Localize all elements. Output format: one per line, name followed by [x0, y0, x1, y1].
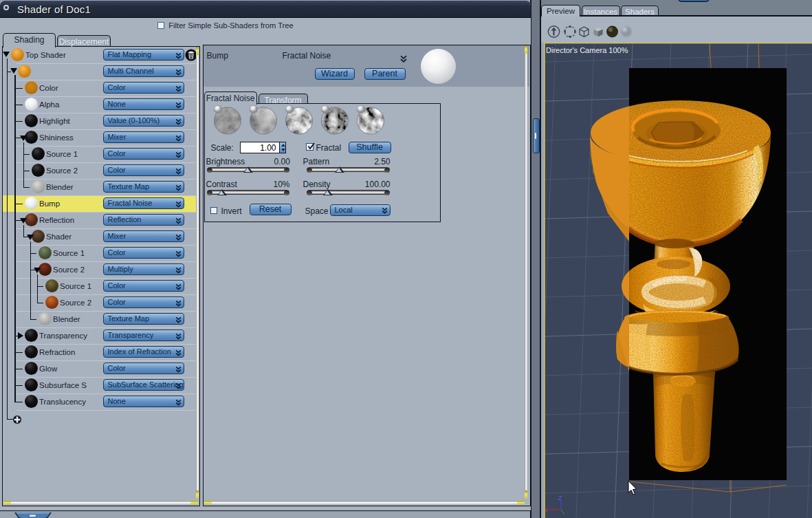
svg-text:Director's Camera 100%: Director's Camera 100%: [546, 46, 628, 54]
svg-text:Z: Z: [558, 495, 562, 501]
